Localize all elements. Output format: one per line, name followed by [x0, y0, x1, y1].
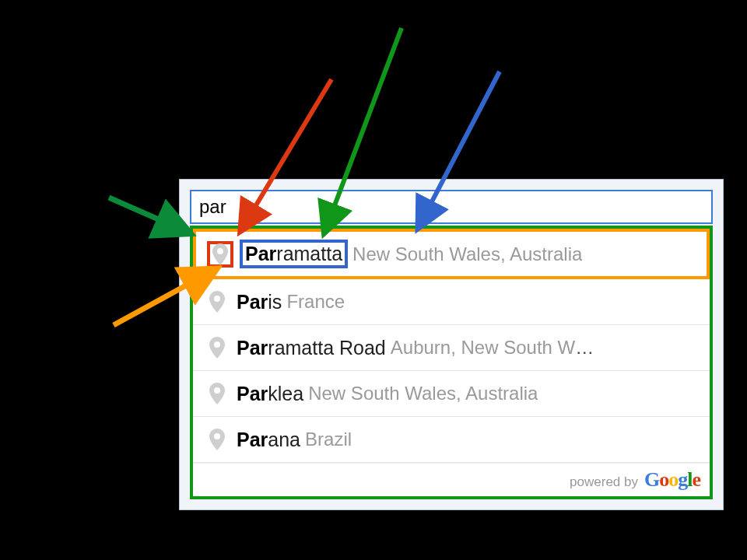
svg-point-1 — [214, 296, 220, 302]
suggestion-primary: Parana — [237, 429, 300, 451]
marker-icon-wrap — [204, 289, 230, 315]
google-logo: Google — [644, 468, 700, 492]
marker-icon-wrap — [204, 380, 230, 407]
suggestion-primary: Parramatta Road — [237, 337, 386, 359]
suggestion-item[interactable]: Parramatta New South Wales, Australia — [196, 232, 707, 276]
suggestion-item[interactable]: Parklea New South Wales, Australia — [193, 371, 710, 417]
suggestion-secondary: Auburn, New South W… — [391, 337, 594, 359]
autocomplete-widget: Parramatta New South Wales, Australia Pa… — [179, 179, 724, 510]
marker-icon-wrap — [204, 334, 230, 361]
suggestion-secondary: New South Wales, Australia — [308, 383, 538, 404]
powered-by-text: powered by — [570, 474, 638, 490]
suggestion-item[interactable]: Parramatta Road Auburn, New South W… — [193, 325, 710, 371]
suggestion-secondary: New South Wales, Australia — [352, 243, 582, 265]
marker-icon — [209, 291, 225, 313]
svg-point-2 — [214, 341, 220, 348]
arrow-dgreen — [109, 198, 187, 232]
svg-point-4 — [214, 433, 220, 439]
marker-icon — [209, 383, 225, 404]
marker-icon-outline — [207, 241, 233, 268]
suggestion-primary: Paris — [237, 291, 282, 313]
svg-point-3 — [214, 387, 220, 394]
marker-icon-wrap — [204, 426, 230, 453]
suggestion-secondary: France — [286, 291, 345, 313]
suggestion-item[interactable]: Parana Brazil — [193, 417, 710, 463]
suggestion-highlight-outline: Parramatta New South Wales, Australia — [193, 229, 710, 279]
marker-icon — [209, 337, 225, 359]
dropdown-footer: powered by Google — [193, 463, 710, 496]
suggestion-primary: Parklea — [237, 383, 303, 405]
svg-point-0 — [217, 248, 223, 254]
suggestion-secondary: Brazil — [305, 429, 352, 450]
suggestion-item[interactable]: Paris France — [193, 279, 710, 325]
search-wrapper — [190, 190, 713, 226]
primary-text-outline: Parramatta — [240, 240, 348, 268]
marker-icon — [212, 243, 228, 265]
search-input[interactable] — [190, 190, 713, 224]
marker-icon — [209, 429, 225, 450]
suggestion-primary: Parramatta — [245, 243, 342, 265]
suggestions-dropdown: Parramatta New South Wales, Australia Pa… — [190, 226, 713, 499]
